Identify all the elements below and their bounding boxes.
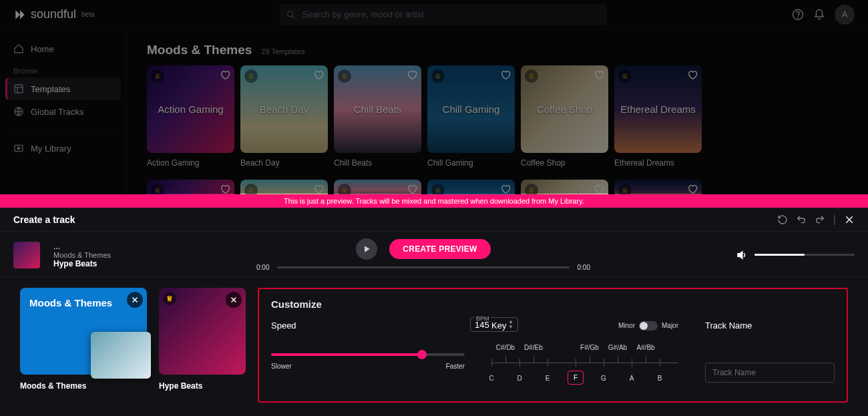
- key-selector[interactable]: CDEFGABC#/DbD#/EbF#/GbG#/AbA#/Bb: [491, 343, 678, 389]
- history-icon[interactable]: [777, 214, 788, 225]
- template-card[interactable]: ♕: [521, 180, 608, 194]
- sidebar-item-home[interactable]: Home: [5, 37, 121, 60]
- library-icon: [13, 143, 24, 154]
- svg-point-3: [798, 17, 799, 17]
- volume-slider[interactable]: [754, 254, 855, 256]
- section-title: Moods & Themes: [147, 43, 252, 57]
- card-label: Beach Day: [240, 158, 328, 168]
- crown-icon: ♕: [338, 184, 351, 194]
- stack-card-hypebeats[interactable]: ♕ Hype Beats: [159, 288, 246, 403]
- heart-icon[interactable]: [594, 69, 604, 80]
- bpm-label: BPM: [475, 315, 491, 322]
- key-note-sharp[interactable]: F#/Gb: [580, 344, 599, 351]
- close-icon[interactable]: [844, 214, 855, 225]
- template-cards-row-2: ♕♕♕♕♕♕: [147, 180, 848, 194]
- key-note-sharp[interactable]: A#/Bb: [636, 344, 654, 351]
- crown-icon: ♕: [618, 69, 632, 83]
- key-note-sharp[interactable]: C#/Db: [496, 344, 515, 351]
- template-card[interactable]: ♕: [240, 180, 328, 194]
- svg-marker-13: [738, 251, 742, 258]
- template-card[interactable]: ♕Coffee ShopCoffee Shop: [521, 65, 608, 168]
- key-note-sharp[interactable]: G#/Ab: [608, 344, 627, 351]
- template-card[interactable]: ♕: [147, 180, 234, 194]
- beta-tag: beta: [81, 11, 94, 18]
- volume-icon[interactable]: [736, 249, 748, 261]
- logo-text: soundful: [31, 7, 76, 21]
- globe-icon: [13, 106, 24, 117]
- crown-icon: ♕: [525, 184, 538, 194]
- template-card[interactable]: ♕Action GamingAction Gaming: [147, 65, 234, 168]
- heart-icon[interactable]: [500, 69, 511, 80]
- logo-mark-icon: [13, 8, 27, 21]
- stack-title-0: Moods & Themes: [29, 297, 112, 308]
- sidebar-home-label: Home: [31, 44, 54, 54]
- heart-icon[interactable]: [407, 69, 417, 80]
- search-input[interactable]: [280, 4, 607, 25]
- track-category: Moods & Themes: [53, 251, 111, 259]
- template-card[interactable]: ♕Beach DayBeach Day: [240, 65, 328, 168]
- mode-toggle[interactable]: [639, 321, 658, 331]
- stack-label-0: Moods & Themes: [20, 381, 147, 391]
- stack-remove-button[interactable]: [226, 292, 242, 308]
- create-preview-button[interactable]: CREATE PREVIEW: [389, 239, 490, 259]
- key-note[interactable]: B: [658, 375, 662, 382]
- heart-icon[interactable]: [220, 184, 230, 194]
- template-card[interactable]: ♕Chill GamingChill Gaming: [427, 65, 515, 168]
- heart-icon[interactable]: [407, 184, 417, 194]
- template-card[interactable]: ♕Ethereal DreamsEthereal Dreams: [614, 65, 702, 168]
- key-note[interactable]: A: [630, 375, 634, 382]
- trackname-input[interactable]: [705, 363, 835, 383]
- progress-bar[interactable]: [277, 266, 569, 268]
- card-title: Coffee Shop: [533, 103, 596, 115]
- sidebar-item-my-library[interactable]: My Library: [5, 137, 121, 160]
- key-note[interactable]: F: [568, 371, 584, 385]
- avatar[interactable]: A: [835, 5, 855, 25]
- heart-icon[interactable]: [594, 184, 604, 194]
- speed-slower-label: Slower: [271, 363, 292, 370]
- speed-label: Speed: [271, 321, 465, 331]
- card-label: Chill Gaming: [427, 158, 515, 168]
- bpm-stepper-arrows[interactable]: ▲▼: [508, 319, 513, 330]
- template-card[interactable]: ♕: [614, 180, 702, 194]
- help-icon[interactable]: [792, 9, 804, 21]
- heart-icon[interactable]: [220, 69, 230, 80]
- crown-icon: ♕: [244, 69, 258, 83]
- create-panel-title: Create a track: [13, 214, 75, 225]
- template-card[interactable]: ♕: [334, 180, 421, 194]
- redo-icon[interactable]: [815, 214, 825, 225]
- sidebar-divider: [13, 130, 113, 130]
- key-note[interactable]: D: [517, 375, 521, 382]
- bell-icon[interactable]: [813, 9, 825, 21]
- logo[interactable]: soundful beta: [13, 7, 95, 21]
- sidebar-item-templates[interactable]: Templates: [5, 77, 121, 100]
- play-button[interactable]: [356, 238, 377, 260]
- template-count: 29 Templates: [261, 47, 304, 55]
- card-title: Beach Day: [256, 103, 312, 115]
- crown-icon: ♕: [244, 184, 258, 194]
- heart-icon[interactable]: [313, 184, 324, 194]
- time-start: 0:00: [256, 264, 269, 271]
- stack-card-moods[interactable]: Moods & Themes Moods & Themes: [20, 288, 147, 403]
- stack-remove-button[interactable]: [127, 292, 143, 308]
- heart-icon[interactable]: [313, 69, 324, 80]
- heart-icon[interactable]: [687, 69, 698, 80]
- card-label: Action Gaming: [147, 158, 234, 168]
- card-label: Coffee Shop: [521, 158, 608, 168]
- key-note[interactable]: E: [546, 375, 550, 382]
- key-note[interactable]: G: [601, 375, 606, 382]
- sidebar-item-global-tracks[interactable]: Global Tracks: [5, 100, 121, 123]
- template-card[interactable]: ♕Chill BeatsChill Beats: [334, 65, 421, 168]
- key-note[interactable]: C: [489, 375, 493, 382]
- app-header: soundful beta A: [0, 0, 868, 29]
- svg-marker-12: [365, 246, 370, 252]
- heart-icon[interactable]: [500, 184, 511, 194]
- crown-icon: ♕: [618, 184, 632, 194]
- key-note-sharp[interactable]: D#/Eb: [524, 344, 543, 351]
- speed-slider[interactable]: [271, 353, 465, 356]
- major-label: Major: [662, 322, 678, 329]
- bpm-input[interactable]: BPM 145 ▲▼: [470, 317, 518, 332]
- sidebar: Home Browse Templates Global Tracks My L…: [0, 29, 127, 194]
- undo-icon[interactable]: [796, 214, 807, 225]
- heart-icon[interactable]: [687, 184, 698, 194]
- template-card[interactable]: ♕: [427, 180, 515, 194]
